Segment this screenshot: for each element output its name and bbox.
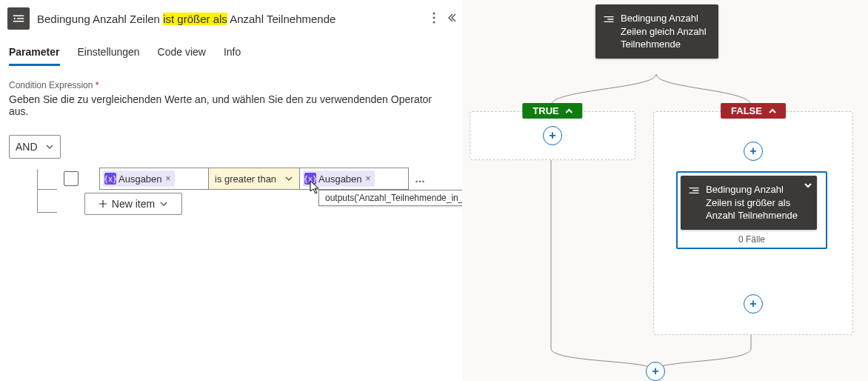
add-action-button[interactable]: + (744, 294, 763, 314)
right-operand-input[interactable]: {x} Ausgaben × (300, 168, 409, 190)
add-action-button[interactable]: + (646, 362, 665, 381)
chevron-up-icon (565, 107, 574, 116)
flow-node-child[interactable]: Bedingung Anzahl Zeilen ist größer als A… (681, 176, 817, 230)
tab-info[interactable]: Info (224, 46, 241, 66)
chevron-down-icon (45, 142, 54, 151)
svg-point-1 (433, 12, 435, 14)
more-menu-icon[interactable] (433, 12, 435, 26)
chevron-down-icon (159, 199, 168, 208)
condition-description: Geben Sie die zu vergleichenden Werte an… (9, 93, 453, 117)
branch-label-true[interactable]: TRUE (522, 103, 582, 119)
svg-point-3 (433, 21, 435, 23)
tab-parameter[interactable]: Parameter (9, 46, 60, 66)
condition-label: Condition Expression (9, 80, 93, 90)
condition-icon (688, 183, 700, 198)
plus-icon (99, 199, 107, 208)
config-panel: Bedingung Anzahl Zeilen ist größer als A… (0, 0, 462, 381)
collapse-icon[interactable] (446, 13, 456, 25)
new-item-button[interactable]: New item (84, 193, 182, 215)
condition-row: {x} Ausgaben × is greater than {x} Ausga… (64, 168, 453, 190)
flow-node-parent[interactable]: Bedingung Anzahl Zeilen gleich Anzahl Te… (595, 4, 718, 59)
condition-icon (603, 12, 615, 27)
add-action-button[interactable]: + (543, 126, 562, 145)
remove-token-icon[interactable]: × (366, 173, 371, 184)
add-action-button[interactable]: + (744, 142, 763, 161)
required-mark: * (96, 80, 99, 90)
row-more-menu[interactable]: … (415, 173, 427, 185)
chevron-up-icon (768, 107, 777, 116)
chevron-down-icon[interactable] (804, 180, 812, 193)
fx-icon: {x} (304, 173, 316, 185)
branch-false[interactable]: FALSE + Bedingung Anzahl Zeilen ist größ… (653, 111, 853, 335)
token-right[interactable]: {x} Ausgaben × (303, 170, 375, 187)
fx-icon: {x} (104, 173, 116, 185)
tab-settings[interactable]: Einstellungen (78, 46, 140, 66)
flow-canvas[interactable]: Bedingung Anzahl Zeilen gleich Anzahl Te… (462, 0, 868, 381)
panel-header: Bedingung Anzahl Zeilen ist größer als A… (0, 0, 462, 37)
cases-caption: 0 Fälle (681, 234, 823, 245)
svg-point-0 (14, 18, 16, 19)
logic-operator-select[interactable]: AND (9, 135, 61, 159)
branch-true[interactable]: TRUE + (470, 111, 635, 160)
tabs: Parameter Einstellungen Code view Info (0, 37, 462, 67)
tab-code[interactable]: Code view (158, 46, 206, 66)
chevron-down-icon (284, 174, 293, 183)
left-operand-input[interactable]: {x} Ausgaben × (99, 168, 208, 190)
operator-select[interactable]: is greater than (208, 168, 300, 190)
token-left[interactable]: {x} Ausgaben × (103, 170, 175, 187)
remove-token-icon[interactable]: × (166, 173, 171, 184)
branch-label-false[interactable]: FALSE (721, 103, 786, 119)
panel-title: Bedingung Anzahl Zeilen ist größer als A… (37, 13, 425, 25)
condition-icon (7, 7, 30, 30)
selected-node-wrap: Bedingung Anzahl Zeilen ist größer als A… (676, 171, 827, 249)
row-checkbox[interactable] (64, 171, 79, 186)
svg-point-2 (433, 16, 435, 19)
